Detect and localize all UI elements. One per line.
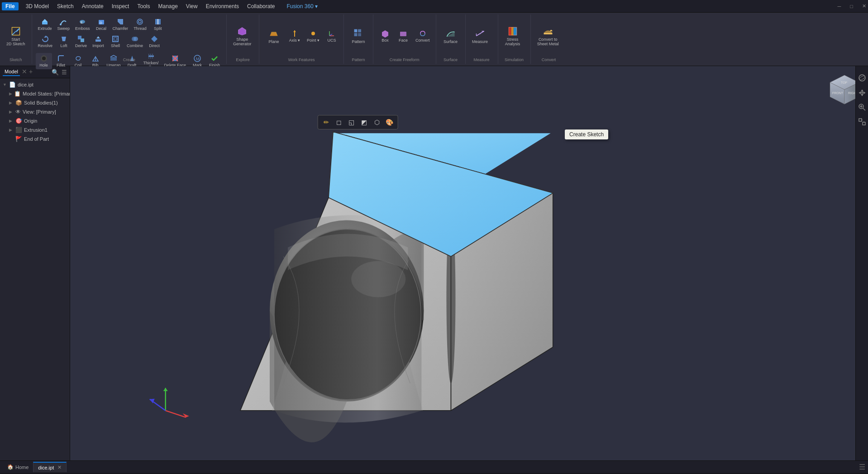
split-button[interactable]: Split [150, 16, 166, 33]
revolve-button[interactable]: Revolve [36, 34, 55, 50]
tree-item-end-of-part[interactable]: ▶ 🚩 End of Part [0, 134, 70, 144]
thread-icon [136, 18, 144, 26]
menu-manage[interactable]: Manage [154, 2, 181, 10]
toolbar-group-simulation: StressAnalysis Simulation [498, 14, 531, 64]
menu-inspect[interactable]: Inspect [108, 2, 133, 10]
decal-button[interactable]: D Decal [93, 16, 110, 33]
convert-freeform-button[interactable]: Convert [413, 28, 432, 44]
tree-item-model-states[interactable]: ▶ 📋 Model States: [Primary] [0, 89, 70, 98]
toolbar-group-pattern: Pattern Pattern [344, 14, 373, 64]
mini-btn-2[interactable]: ◻ [334, 117, 344, 128]
menu-sketch[interactable]: Sketch [53, 2, 77, 10]
direct-icon [150, 35, 158, 43]
thicken-icon [147, 52, 155, 60]
loft-icon [60, 35, 68, 43]
derive-button[interactable]: Derive [73, 34, 89, 50]
mini-btn-1[interactable]: ✏ [321, 117, 332, 128]
model-tree: ▼ 📄 dice.ipt ▶ 📋 Model States: [Primary]… [0, 78, 70, 460]
direct-button[interactable]: Direct [146, 34, 162, 50]
mini-btn-5[interactable]: ⬡ [372, 117, 382, 128]
svg-rect-19 [95, 39, 101, 42]
emboss-button[interactable]: E Emboss [73, 16, 92, 33]
svg-rect-51 [358, 29, 361, 32]
expand-arrow-5[interactable]: ▶ [9, 119, 14, 123]
stress-analysis-icon [507, 26, 518, 37]
menu-environments[interactable]: Environments [202, 2, 243, 10]
toolbar-group-sketch: Start2D Sketch Sketch [0, 14, 32, 64]
stress-analysis-button[interactable]: StressAnalysis [502, 24, 524, 48]
menu-3dmodel[interactable]: 3D Model [22, 2, 52, 10]
expand-arrow[interactable]: ▼ [3, 82, 7, 87]
menu-file[interactable]: File [2, 2, 19, 10]
surface-button[interactable]: Surface [440, 26, 462, 46]
shell-button[interactable]: Shell [107, 34, 124, 50]
point-button[interactable]: Point ▾ [305, 28, 322, 44]
model-states-icon: 📋 [14, 91, 21, 97]
pattern-button[interactable]: Pattern [348, 26, 369, 46]
panel-add[interactable]: + [29, 68, 33, 76]
zoom-button[interactable] [858, 103, 867, 114]
face-button[interactable]: Face [395, 28, 411, 44]
panel-close[interactable]: ✕ [22, 68, 27, 76]
import-button[interactable]: Import [90, 34, 106, 50]
hole-button[interactable]: Hole [36, 53, 52, 69]
shape-generator-button[interactable]: ShapeGenerator [230, 24, 254, 48]
svg-text:E: E [81, 21, 83, 24]
dice-label: dice.ipt [18, 82, 33, 87]
svg-point-85 [351, 261, 405, 297]
convert-sheet-metal-button[interactable]: Convert toSheet Metal [534, 24, 562, 48]
tree-item-extrusion1[interactable]: ▶ ⬛ Extrusion1 [0, 125, 70, 134]
menu-view[interactable]: View [182, 2, 201, 10]
tree-item-view[interactable]: ▶ 👁 View: [Primary] [0, 107, 70, 116]
chamfer-icon [116, 18, 124, 26]
tree-item-dice[interactable]: ▼ 📄 dice.ipt [0, 80, 70, 89]
svg-rect-22 [114, 38, 117, 40]
home-tab[interactable]: 🏠 Home [3, 462, 33, 472]
fit-view-button[interactable] [858, 117, 867, 128]
tabs-menu[interactable]: ☰ [859, 463, 865, 471]
combine-button[interactable]: Combine [124, 34, 145, 50]
expand-arrow-4[interactable]: ▶ [9, 110, 14, 114]
svg-point-24 [134, 37, 138, 41]
mini-btn-4[interactable]: ◩ [359, 117, 370, 128]
dice-tab[interactable]: dice.ipt ✕ [33, 462, 67, 472]
rib-icon [91, 54, 100, 62]
start-sketch-icon [10, 26, 21, 37]
extrude-button[interactable]: Extrude [36, 16, 54, 33]
ucs-button[interactable]: UCS [324, 28, 340, 44]
orbit-button[interactable] [858, 73, 867, 85]
menu-annotate[interactable]: Annotate [78, 2, 107, 10]
menu-tools[interactable]: Tools [134, 2, 153, 10]
svg-marker-2 [16, 28, 20, 32]
tree-item-solid-bodies[interactable]: ▶ 📦 Solid Bodies(1) [0, 98, 70, 107]
thread-button[interactable]: Thread [131, 16, 149, 33]
split-icon [154, 18, 162, 26]
axis-button[interactable]: Axis ▾ [286, 28, 303, 44]
chamfer-button[interactable]: Chamfer [110, 16, 131, 33]
fillet-button[interactable]: Fillet [53, 53, 69, 69]
viewport[interactable]: ✏ ◻ ◱ ◩ ⬡ 🎨 Create Sketch [70, 66, 868, 460]
dice-tab-close[interactable]: ✕ [57, 464, 62, 470]
shape-generator-icon [237, 26, 248, 37]
model-tab[interactable]: Model [3, 68, 20, 76]
shell-icon [111, 35, 119, 43]
pan-button[interactable] [858, 88, 867, 99]
point-icon [309, 29, 317, 38]
loft-button[interactable]: Loft [56, 34, 72, 50]
box-freeform-button[interactable]: Box [377, 28, 393, 44]
menu-fusion360[interactable]: Fusion 360 ▾ [283, 2, 321, 10]
mini-btn-6[interactable]: 🎨 [384, 117, 395, 128]
start-2d-sketch-button[interactable]: Start2D Sketch [4, 24, 28, 48]
tree-item-origin[interactable]: ▶ 🎯 Origin [0, 116, 70, 125]
expand-arrow-3[interactable]: ▶ [9, 101, 14, 105]
expand-arrow-2[interactable]: ▶ [9, 91, 12, 96]
sweep-button[interactable]: Sweep [55, 16, 72, 33]
emboss-icon: E [78, 18, 86, 26]
plane-button[interactable]: Plane [263, 26, 285, 46]
svg-rect-111 [859, 119, 862, 121]
mini-btn-3[interactable]: ◱ [346, 117, 357, 128]
extrusion-icon: ⬛ [15, 127, 22, 133]
menu-collaborate[interactable]: Collaborate [243, 2, 278, 10]
measure-button[interactable]: ↔ Measure [469, 26, 491, 46]
expand-arrow-6[interactable]: ▶ [9, 128, 14, 132]
